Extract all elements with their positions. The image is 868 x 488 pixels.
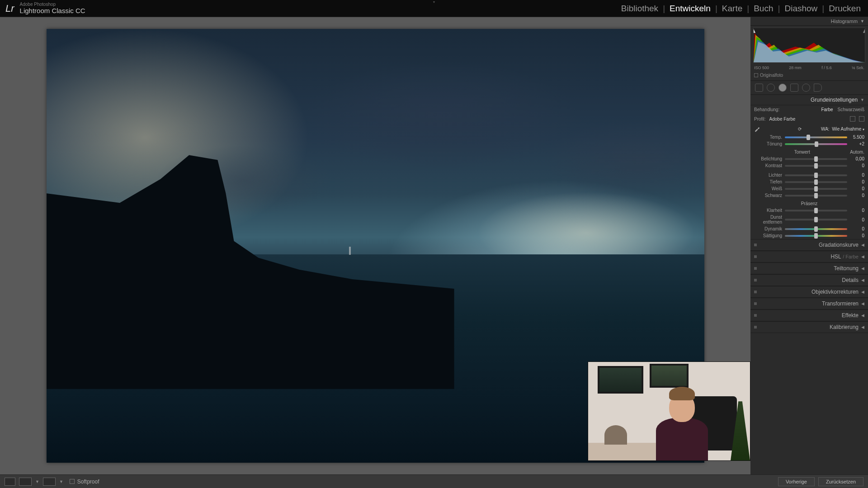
- chevron-down-icon[interactable]: ▾: [863, 127, 864, 131]
- chevron-left-icon: ◀: [861, 313, 864, 318]
- webcam-overlay: [588, 361, 750, 461]
- panel-split[interactable]: Teiltonung◀: [750, 263, 868, 274]
- local-tools: [750, 80, 868, 95]
- slider-highlights[interactable]: Lichter0: [750, 172, 868, 178]
- treatment-bw[interactable]: Schwarzweiß: [838, 107, 864, 112]
- slider-tint[interactable]: Tönung +2: [750, 141, 868, 147]
- wb-icon-label: ⟳: [798, 127, 802, 131]
- module-library[interactable]: Bibliothek: [619, 4, 660, 14]
- checkbox-icon[interactable]: [754, 73, 758, 77]
- panel-calibration[interactable]: Kalibrierung◀: [750, 321, 868, 333]
- chevron-down-icon: ▼: [860, 98, 864, 102]
- module-picker: Bibliothek | Entwickeln | Karte | Buch |…: [619, 4, 863, 14]
- profile-grid-icon[interactable]: [859, 116, 864, 122]
- panel-hsl[interactable]: HSL / Farbe◀: [750, 251, 868, 263]
- app-title-block: Adobe Photoshop Lightroom Classic CC: [20, 2, 85, 14]
- ba-dropdown-icon[interactable]: ▼: [59, 479, 63, 484]
- develop-panel: Histogramm▼ ISO 500 28 mm f / 5.6 ⅛ Sek.…: [750, 17, 868, 474]
- profile-value[interactable]: Adobe Farbe: [769, 117, 796, 122]
- slider-whites[interactable]: Weiß0: [750, 185, 868, 192]
- slider-exposure[interactable]: Belichtung0,00: [750, 155, 868, 162]
- chevron-left-icon: ◀: [861, 243, 864, 247]
- exif-iso: ISO 500: [754, 66, 769, 70]
- exif-focal: 28 mm: [789, 66, 802, 70]
- checkbox-icon[interactable]: [70, 479, 75, 484]
- treatment-color[interactable]: Farbe: [821, 107, 833, 112]
- tone-header: Tonwert: [794, 150, 810, 155]
- chevron-left-icon: ◀: [861, 278, 864, 282]
- slider-blacks[interactable]: Schwarz0: [750, 192, 868, 199]
- module-slideshow[interactable]: Diashow: [783, 4, 819, 14]
- svg-marker-6: [863, 29, 865, 33]
- gradient-tool-icon[interactable]: [790, 84, 798, 92]
- previous-button[interactable]: Vorherige: [778, 477, 815, 486]
- panel-lens[interactable]: Objektivkorrekturen◀: [750, 286, 868, 298]
- softproof-toggle[interactable]: Softproof: [70, 479, 99, 485]
- chevron-left-icon: ◀: [861, 301, 864, 306]
- chevron-left-icon: ◀: [861, 266, 864, 271]
- module-map[interactable]: Karte: [720, 4, 744, 14]
- spot-tool-icon[interactable]: [767, 84, 775, 92]
- histogram-header[interactable]: Histogramm▼: [750, 17, 868, 26]
- panel-effects[interactable]: Effekte◀: [750, 310, 868, 321]
- compare-view-icon[interactable]: [19, 478, 32, 486]
- presence-header: Präsenz: [801, 201, 818, 206]
- top-drag-handle[interactable]: ▾: [429, 0, 439, 3]
- auto-tone-button[interactable]: Autom.: [850, 150, 864, 155]
- vendor-label: Adobe Photoshop: [20, 2, 85, 7]
- original-toggle[interactable]: Originalfoto: [750, 72, 868, 80]
- chevron-left-icon: ◀: [861, 290, 864, 294]
- app-name-label: Lightroom Classic CC: [20, 7, 85, 14]
- profile-row: Profil: Adobe Farbe: [750, 114, 868, 124]
- slider-dehaze[interactable]: Dunst entfernen0: [750, 214, 868, 225]
- exif-aperture: f / 5.6: [821, 66, 832, 70]
- radial-tool-icon[interactable]: [802, 84, 810, 92]
- redeye-tool-icon[interactable]: [778, 84, 787, 92]
- reset-button[interactable]: Zurücksetzen: [818, 477, 863, 486]
- panel-tonecurve[interactable]: Gradationskurve◀: [750, 239, 868, 251]
- slider-clarity[interactable]: Klarheit0: [750, 207, 868, 214]
- whitebalance-row: ⟳ WA: Wie Aufnahme ▾: [750, 124, 868, 134]
- profile-browser-icon[interactable]: [850, 116, 855, 122]
- chevron-down-icon: ▼: [860, 19, 864, 23]
- image-canvas[interactable]: [0, 17, 750, 474]
- app-header: Lr Adobe Photoshop Lightroom Classic CC …: [0, 0, 868, 17]
- module-book[interactable]: Buch: [752, 4, 775, 14]
- panel-detail[interactable]: Details◀: [750, 274, 868, 286]
- slider-contrast[interactable]: Kontrast0: [750, 162, 868, 169]
- before-after-icon[interactable]: [43, 478, 56, 486]
- chevron-left-icon: ◀: [861, 254, 864, 259]
- basic-panel-header[interactable]: Grundeinstellungen▼: [750, 95, 868, 105]
- panel-transform[interactable]: Transformieren◀: [750, 298, 868, 310]
- eyedropper-icon[interactable]: [754, 126, 760, 132]
- treatment-row: Behandlung: Farbe Schwarzweiß: [750, 105, 868, 114]
- chevron-left-icon: ◀: [861, 325, 864, 329]
- svg-marker-5: [754, 29, 755, 33]
- brush-tool-icon[interactable]: [814, 84, 822, 92]
- crop-tool-icon[interactable]: [755, 84, 763, 92]
- exif-shutter: ⅛ Sek.: [852, 66, 864, 70]
- toolbar-footer: ▼ ▼ Softproof Vorherige Zurücksetzen: [0, 474, 868, 488]
- slider-saturation[interactable]: Sättigung0: [750, 232, 868, 239]
- slider-shadows[interactable]: Tiefen0: [750, 178, 868, 185]
- exif-strip: ISO 500 28 mm f / 5.6 ⅛ Sek.: [750, 65, 868, 72]
- module-print[interactable]: Drucken: [827, 4, 863, 14]
- loupe-view-icon[interactable]: [5, 478, 15, 486]
- app-logo: Lr: [5, 3, 14, 14]
- slider-vibrance[interactable]: Dynamik0: [750, 225, 868, 232]
- histogram[interactable]: [753, 28, 865, 63]
- module-develop[interactable]: Entwickeln: [668, 4, 712, 14]
- wb-preset[interactable]: Wie Aufnahme: [832, 127, 861, 131]
- slider-temp[interactable]: Temp. 5.500: [750, 134, 868, 141]
- view-dropdown-icon[interactable]: ▼: [35, 479, 39, 484]
